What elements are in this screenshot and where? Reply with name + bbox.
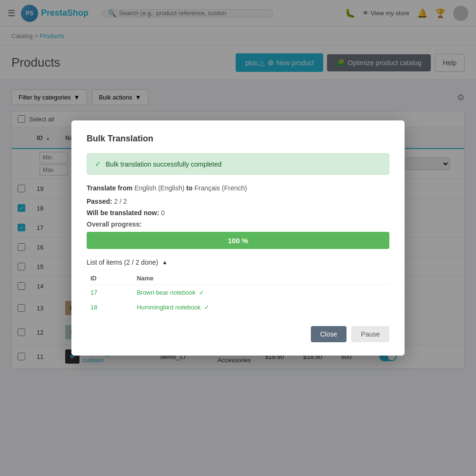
item-check-icon: ✓ bbox=[199, 289, 204, 296]
item-name: Brown bear notebook ✓ bbox=[133, 285, 389, 300]
chevron-up-icon: ▲ bbox=[162, 259, 168, 266]
items-table: ID Name 17 Brown bear notebook ✓ 18 Humm… bbox=[87, 272, 389, 315]
table-row: 18 Hummingbird notebook ✓ bbox=[87, 300, 389, 315]
to-lang: Français (French) bbox=[194, 184, 247, 192]
item-name: Hummingbird notebook ✓ bbox=[133, 300, 389, 315]
items-col-name: Name bbox=[133, 272, 389, 285]
will-translate-stat: Will be translated now: 0 bbox=[87, 209, 389, 217]
progress-bar-outer: 100 % bbox=[87, 232, 389, 249]
list-items-header[interactable]: List of items (2 / 2 done) ▲ bbox=[87, 258, 389, 266]
bulk-translation-modal: Bulk Translation ✓ Bulk translation succ… bbox=[71, 120, 405, 356]
passed-stat: Passed: 2 / 2 bbox=[87, 198, 389, 205]
item-id: 18 bbox=[87, 300, 133, 315]
item-id: 17 bbox=[87, 285, 133, 300]
will-translate-value: 0 bbox=[161, 209, 165, 217]
item-check-icon: ✓ bbox=[204, 304, 209, 311]
success-message: Bulk translation successfully completed bbox=[106, 160, 222, 168]
modal-footer: Close Pause bbox=[87, 326, 389, 342]
check-icon: ✓ bbox=[95, 159, 101, 169]
progress-label: Overall progress: bbox=[87, 220, 389, 228]
modal-title: Bulk Translation bbox=[87, 134, 389, 144]
progress-text: 100 % bbox=[228, 237, 248, 245]
table-row: 17 Brown bear notebook ✓ bbox=[87, 285, 389, 300]
progress-bar-inner: 100 % bbox=[87, 232, 389, 249]
items-col-id: ID bbox=[87, 272, 133, 285]
success-banner: ✓ Bulk translation successfully complete… bbox=[87, 153, 389, 175]
from-lang: English (English) bbox=[134, 184, 184, 192]
pause-modal-button[interactable]: Pause bbox=[351, 326, 389, 342]
close-modal-button[interactable]: Close bbox=[311, 326, 347, 342]
translate-info: Translate from English (English) to Fran… bbox=[87, 184, 389, 192]
passed-value: 2 / 2 bbox=[114, 198, 127, 205]
modal-overlay: Bulk Translation ✓ Bulk translation succ… bbox=[0, 0, 476, 476]
